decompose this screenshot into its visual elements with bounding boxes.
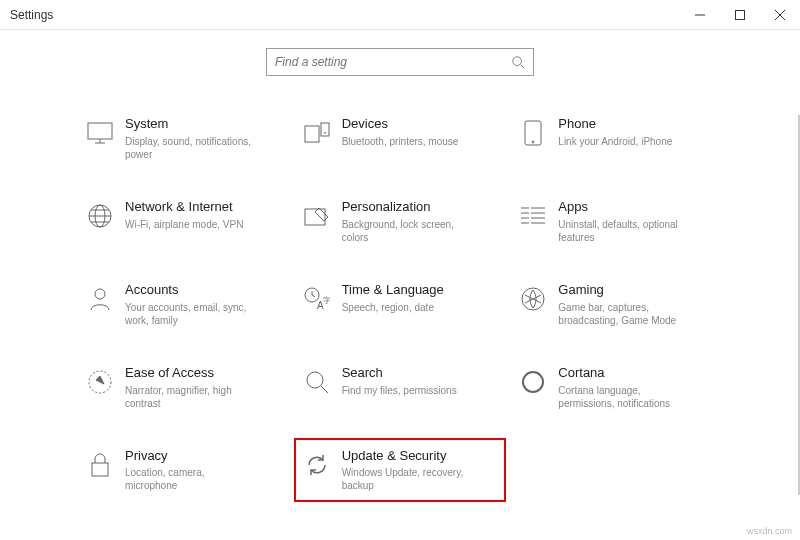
- gaming-icon: [518, 284, 548, 314]
- tile-privacy[interactable]: Privacy Location, camera, microphone: [85, 448, 282, 493]
- svg-point-36: [307, 372, 323, 388]
- tile-title: Phone: [558, 116, 672, 133]
- search-input[interactable]: [275, 55, 511, 69]
- tile-text: System Display, sound, notifications, po…: [115, 116, 255, 161]
- tile-text: Cortana Cortana language, permissions, n…: [548, 365, 688, 410]
- tile-desc: Link your Android, iPhone: [558, 135, 672, 148]
- tile-ease-of-access[interactable]: Ease of Access Narrator, magnifier, high…: [85, 365, 282, 410]
- tile-desc: Bluetooth, printers, mouse: [342, 135, 459, 148]
- svg-text:字: 字: [323, 296, 330, 305]
- tile-title: Apps: [558, 199, 688, 216]
- tile-text: Search Find my files, permissions: [332, 365, 457, 397]
- svg-point-28: [95, 289, 105, 299]
- tile-text: Update & Security Windows Update, recove…: [332, 448, 472, 493]
- svg-point-38: [523, 372, 543, 392]
- svg-rect-10: [321, 123, 329, 136]
- tile-desc: Game bar, captures, broadcasting, Game M…: [558, 301, 688, 327]
- window-title: Settings: [10, 8, 53, 22]
- tile-text: Gaming Game bar, captures, broadcasting,…: [548, 282, 688, 327]
- tile-text: Personalization Background, lock screen,…: [332, 199, 472, 244]
- tile-desc: Wi-Fi, airplane mode, VPN: [125, 218, 243, 231]
- tile-phone[interactable]: Phone Link your Android, iPhone: [518, 116, 715, 161]
- tile-search[interactable]: Search Find my files, permissions: [302, 365, 499, 410]
- personalization-icon: [302, 201, 332, 231]
- tile-text: Apps Uninstall, defaults, optional featu…: [548, 199, 688, 244]
- svg-point-11: [324, 133, 325, 134]
- svg-line-5: [521, 65, 525, 69]
- lock-icon: [85, 450, 115, 480]
- settings-grid: System Display, sound, notifications, po…: [0, 96, 800, 492]
- tile-title: Accounts: [125, 282, 255, 299]
- search-box[interactable]: [266, 48, 534, 76]
- minimize-button[interactable]: [680, 0, 720, 30]
- maximize-button[interactable]: [720, 0, 760, 30]
- tile-update-security[interactable]: Update & Security Windows Update, recove…: [294, 438, 507, 503]
- tile-cortana[interactable]: Cortana Cortana language, permissions, n…: [518, 365, 715, 410]
- tile-text: Ease of Access Narrator, magnifier, high…: [115, 365, 255, 410]
- tile-text: Phone Link your Android, iPhone: [548, 116, 672, 148]
- globe-icon: [85, 201, 115, 231]
- tile-desc: Narrator, magnifier, high contrast: [125, 384, 255, 410]
- accounts-icon: [85, 284, 115, 314]
- system-icon: [85, 118, 115, 148]
- tile-desc: Speech, region, date: [342, 301, 444, 314]
- svg-line-37: [321, 386, 328, 393]
- svg-point-13: [532, 141, 534, 143]
- tile-text: Accounts Your accounts, email, sync, wor…: [115, 282, 255, 327]
- tile-title: Cortana: [558, 365, 688, 382]
- svg-rect-1: [736, 10, 745, 19]
- svg-line-31: [312, 295, 315, 297]
- tile-system[interactable]: System Display, sound, notifications, po…: [85, 116, 282, 161]
- tile-title: Search: [342, 365, 457, 382]
- tile-network[interactable]: Network & Internet Wi-Fi, airplane mode,…: [85, 199, 282, 244]
- tile-text: Time & Language Speech, region, date: [332, 282, 444, 314]
- maximize-icon: [735, 10, 745, 20]
- tile-text: Devices Bluetooth, printers, mouse: [332, 116, 459, 148]
- time-language-icon: A字: [302, 284, 332, 314]
- tile-desc: Cortana language, permissions, notificat…: [558, 384, 688, 410]
- titlebar: Settings: [0, 0, 800, 30]
- svg-point-4: [513, 57, 522, 66]
- tile-desc: Your accounts, email, sync, work, family: [125, 301, 255, 327]
- phone-icon: [518, 118, 548, 148]
- tile-title: Ease of Access: [125, 365, 255, 382]
- svg-rect-9: [305, 126, 319, 142]
- tile-title: Privacy: [125, 448, 255, 465]
- tile-title: Personalization: [342, 199, 472, 216]
- svg-rect-39: [92, 463, 108, 476]
- close-button[interactable]: [760, 0, 800, 30]
- update-icon: [302, 450, 332, 480]
- close-icon: [775, 10, 785, 20]
- tile-time-language[interactable]: A字 Time & Language Speech, region, date: [302, 282, 499, 327]
- tile-title: Gaming: [558, 282, 688, 299]
- svg-rect-6: [88, 123, 112, 139]
- tile-devices[interactable]: Devices Bluetooth, printers, mouse: [302, 116, 499, 161]
- tile-personalization[interactable]: Personalization Background, lock screen,…: [302, 199, 499, 244]
- tile-desc: Location, camera, microphone: [125, 466, 255, 492]
- tile-desc: Uninstall, defaults, optional features: [558, 218, 688, 244]
- devices-icon: [302, 118, 332, 148]
- tile-title: Update & Security: [342, 448, 472, 465]
- tile-title: Network & Internet: [125, 199, 243, 216]
- tile-text: Privacy Location, camera, microphone: [115, 448, 255, 493]
- tile-title: System: [125, 116, 255, 133]
- tile-desc: Background, lock screen, colors: [342, 218, 472, 244]
- window-controls: [680, 0, 800, 30]
- minimize-icon: [695, 10, 705, 20]
- search-icon: [511, 55, 525, 69]
- tile-gaming[interactable]: Gaming Game bar, captures, broadcasting,…: [518, 282, 715, 327]
- search-container: [0, 30, 800, 96]
- tile-apps[interactable]: Apps Uninstall, defaults, optional featu…: [518, 199, 715, 244]
- tile-desc: Find my files, permissions: [342, 384, 457, 397]
- ease-of-access-icon: [85, 367, 115, 397]
- tile-text: Network & Internet Wi-Fi, airplane mode,…: [115, 199, 243, 231]
- tile-title: Time & Language: [342, 282, 444, 299]
- apps-icon: [518, 201, 548, 231]
- cortana-icon: [518, 367, 548, 397]
- tile-desc: Display, sound, notifications, power: [125, 135, 255, 161]
- tile-title: Devices: [342, 116, 459, 133]
- tile-accounts[interactable]: Accounts Your accounts, email, sync, wor…: [85, 282, 282, 327]
- search-category-icon: [302, 367, 332, 397]
- tile-desc: Windows Update, recovery, backup: [342, 466, 472, 492]
- watermark: wsxdn.com: [747, 526, 792, 536]
